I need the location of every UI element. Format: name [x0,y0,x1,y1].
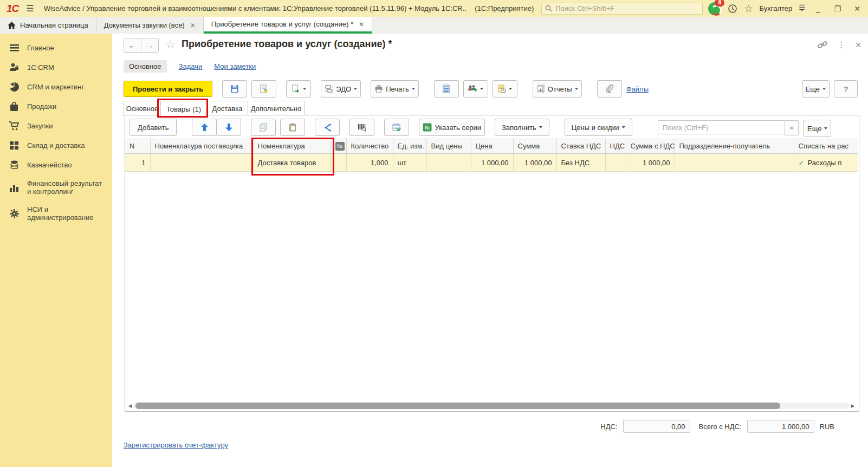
col-vat-rate[interactable]: Ставка НДС [556,138,605,154]
form-more-button[interactable]: Еще [802,80,830,98]
maximize-icon[interactable]: ❐ [831,4,844,13]
cell-vat-rate[interactable]: Без НДС [556,154,605,172]
col-unit[interactable]: Ед. изм. [393,138,426,154]
kebab-menu-icon[interactable]: ⋮ [837,40,845,50]
cell-price[interactable]: 1 000,00 [471,154,513,172]
cell-item[interactable]: Доставка товаров [253,154,331,172]
cell-expense[interactable]: ✓Расходы п [794,154,858,172]
sidebar-item-purchases[interactable]: Закупки [0,116,112,135]
link-icon[interactable] [818,41,827,49]
cell-supplier-item[interactable] [150,154,253,172]
table-search-input[interactable]: Поиск (Ctrl+F) [658,120,793,134]
col-sum[interactable]: Сумма [513,138,556,154]
vat-total-field[interactable]: 0,00 [623,420,690,433]
sidebar-item-finance[interactable]: Финансовый результат и контроллинг [0,174,112,200]
post-and-close-button[interactable]: Провести и закрыть [124,81,212,97]
save-button[interactable] [222,80,247,98]
move-up-button[interactable] [192,119,217,136]
doc-tab-delivery[interactable]: Доставка [206,101,248,116]
cell-department[interactable] [675,154,794,172]
close-form-icon[interactable]: ✕ [855,41,861,49]
tab-close-icon[interactable]: ✕ [359,21,364,28]
assign-performers-button[interactable] [463,80,488,98]
create-based-on-button[interactable] [286,80,311,98]
tab-goods-acquisition[interactable]: Приобретение товаров и услуг (создание) … [204,17,372,34]
col-price-kind[interactable]: Вид цены [426,138,471,154]
global-search-input[interactable]: Поиск Ctrl+Shift+F [541,3,703,15]
history-icon[interactable] [728,4,737,14]
current-user-label[interactable]: Бухгалтер [760,4,793,12]
tab-close-icon[interactable]: ✕ [190,22,196,29]
scroll-right-icon[interactable]: ▶ [850,403,856,408]
scrollbar-track[interactable] [133,403,850,409]
cell-sum[interactable]: 1 000,00 [513,154,556,172]
sidebar-item-admin[interactable]: НСИ и администрирование [0,200,112,226]
col-sum-with-vat[interactable]: Сумма с НДС [626,138,675,154]
check-fill-button[interactable] [384,119,409,136]
notifications-icon[interactable]: 8 [708,2,721,15]
nav-link-notes[interactable]: Мои заметки [214,62,256,70]
nav-link-main[interactable]: Основное [124,60,167,73]
post-document-button[interactable] [251,80,276,98]
doc-tab-additional[interactable]: Дополнительно [248,101,305,116]
cell-vat[interactable] [605,154,626,172]
doc-tab-main[interactable]: Основное [124,101,161,116]
back-icon[interactable]: ← [124,38,141,52]
cell-series[interactable] [331,154,346,172]
print-button[interactable]: Печать [371,80,419,98]
register-invoice-link[interactable]: Зарегистрировать счет-фактуру [124,441,228,449]
favorite-star-icon[interactable]: ☆ [165,38,176,51]
tab-purchase-documents[interactable]: Документы закупки (все) ✕ [96,17,204,34]
help-button[interactable]: ? [834,80,858,98]
share-button[interactable] [315,119,340,136]
horizontal-scrollbar[interactable]: ◀ ▶ [127,402,856,410]
col-vat[interactable]: НДС [605,138,626,154]
col-price[interactable]: Цена [471,138,513,154]
edo-button[interactable]: ЭДО [321,80,361,98]
table-row[interactable]: 1 Доставка товаров 1,000 шт 1 000,00 1 0… [125,154,858,172]
col-quantity[interactable]: Количество [346,138,393,154]
sidebar-item-1c-crm[interactable]: 1С:CRM [0,57,112,77]
col-n[interactable]: N [125,138,150,154]
col-department[interactable]: Подразделение-получатель [675,138,794,154]
col-supplier-item[interactable]: Номенклатура поставщика [150,138,253,154]
attach-button[interactable] [597,80,622,98]
fill-button[interactable]: Заполнить [495,119,549,136]
document-structure-button[interactable] [434,80,459,98]
favorites-star-icon[interactable]: ☆ [744,3,753,15]
set-series-button[interactable]: № Указать серии [419,119,484,136]
sidebar-item-treasury[interactable]: Казначейство [0,155,112,174]
col-series[interactable]: № [331,138,346,154]
barcode-scan-button[interactable] [349,119,374,136]
reminder-button[interactable] [493,80,517,98]
doc-tab-goods[interactable]: Товары (1) [160,101,207,117]
col-expense[interactable]: Списать на рас [794,138,858,154]
cell-quantity[interactable]: 1,000 [346,154,393,172]
nav-link-tasks[interactable]: Задачи [179,62,203,70]
cell-sum-with-vat[interactable]: 1 000,00 [626,154,675,172]
reports-button[interactable]: Отчеты [533,80,582,98]
close-window-icon[interactable]: ✕ [851,4,864,13]
minimize-icon[interactable]: _ [812,4,825,13]
table-more-button[interactable]: Еще [804,120,831,137]
sidebar-item-sales[interactable]: Продажи [0,96,112,116]
cell-n[interactable]: 1 [125,154,150,172]
scroll-left-icon[interactable]: ◀ [127,403,133,408]
forward-icon[interactable]: → [141,38,158,52]
sidebar-item-warehouse[interactable]: Склад и доставка [0,135,112,155]
move-down-button[interactable] [216,119,241,136]
files-link[interactable]: Файлы [626,85,649,93]
sidebar-item-main[interactable]: Главное [0,38,112,57]
add-row-button[interactable]: Добавить [129,119,177,136]
tab-home[interactable]: Начальная страница [0,17,96,34]
cell-unit[interactable]: шт [393,154,426,172]
hamburger-icon[interactable]: ☰ [26,3,34,14]
col-item[interactable]: Номенклатура [253,138,331,154]
grand-total-field[interactable]: 1 000,00 [747,420,814,433]
copy-row-button[interactable] [251,119,276,136]
main-menu-icon[interactable]: ☰ [799,5,805,11]
paste-row-button[interactable] [280,119,305,136]
sidebar-item-crm-marketing[interactable]: CRM и маркетинг [0,77,112,96]
cell-price-kind[interactable] [426,154,471,172]
clear-search-icon[interactable]: ✕ [785,120,799,135]
